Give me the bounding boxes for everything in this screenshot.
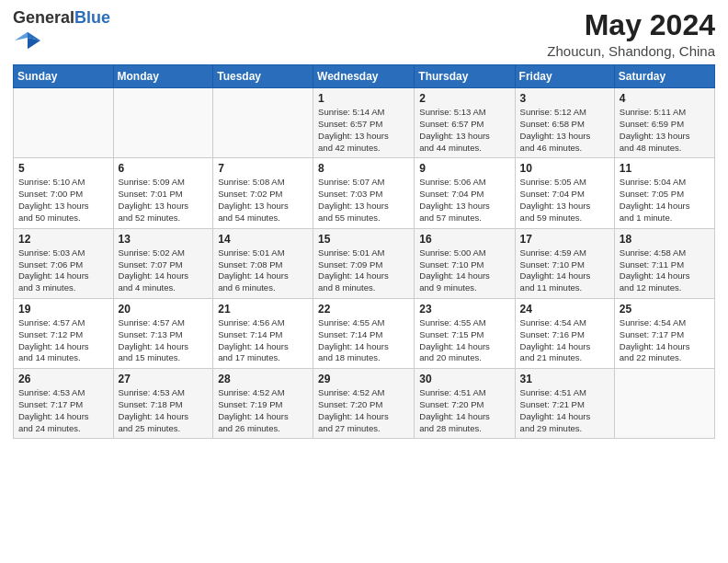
- day-info: Sunrise: 4:54 AM Sunset: 7:17 PM Dayligh…: [620, 317, 710, 364]
- title-location: Zhoucun, Shandong, China: [547, 43, 715, 59]
- day-number: 10: [520, 162, 609, 175]
- calendar-cell: 9Sunrise: 5:06 AM Sunset: 7:04 PM Daylig…: [415, 158, 515, 228]
- calendar-cell: 31Sunrise: 4:51 AM Sunset: 7:21 PM Dayli…: [515, 369, 614, 439]
- calendar-cell: 24Sunrise: 4:54 AM Sunset: 7:16 PM Dayli…: [515, 298, 614, 368]
- calendar-week-row-3: 12Sunrise: 5:03 AM Sunset: 7:06 PM Dayli…: [14, 228, 715, 298]
- calendar-cell: 6Sunrise: 5:09 AM Sunset: 7:01 PM Daylig…: [113, 158, 213, 228]
- day-info: Sunrise: 5:13 AM Sunset: 6:57 PM Dayligh…: [419, 107, 509, 154]
- day-info: Sunrise: 4:59 AM Sunset: 7:10 PM Dayligh…: [520, 247, 609, 294]
- calendar-cell: 22Sunrise: 4:55 AM Sunset: 7:14 PM Dayli…: [313, 298, 415, 368]
- title-block: May 2024 Zhoucun, Shandong, China: [547, 9, 715, 59]
- calendar-cell: 7Sunrise: 5:08 AM Sunset: 7:02 PM Daylig…: [213, 158, 313, 228]
- day-number: 20: [119, 303, 209, 316]
- day-info: Sunrise: 5:07 AM Sunset: 7:03 PM Dayligh…: [318, 177, 409, 224]
- calendar-cell: 11Sunrise: 5:04 AM Sunset: 7:05 PM Dayli…: [614, 158, 714, 228]
- day-number: 5: [18, 162, 108, 175]
- day-info: Sunrise: 5:08 AM Sunset: 7:02 PM Dayligh…: [218, 177, 308, 224]
- calendar-cell: 18Sunrise: 4:58 AM Sunset: 7:11 PM Dayli…: [614, 228, 714, 298]
- calendar-cell: 30Sunrise: 4:51 AM Sunset: 7:20 PM Dayli…: [415, 369, 515, 439]
- day-info: Sunrise: 5:04 AM Sunset: 7:05 PM Dayligh…: [620, 177, 710, 224]
- logo: GeneralBlue: [13, 9, 110, 57]
- day-info: Sunrise: 4:55 AM Sunset: 7:15 PM Dayligh…: [419, 317, 509, 364]
- calendar-cell: 25Sunrise: 4:54 AM Sunset: 7:17 PM Dayli…: [614, 298, 714, 368]
- calendar-table: Sunday Monday Tuesday Wednesday Thursday…: [13, 64, 715, 439]
- calendar-cell: 20Sunrise: 4:57 AM Sunset: 7:13 PM Dayli…: [113, 298, 213, 368]
- day-number: 29: [318, 373, 409, 385]
- day-info: Sunrise: 4:58 AM Sunset: 7:11 PM Dayligh…: [620, 247, 710, 294]
- calendar-week-row-1: 1Sunrise: 5:14 AM Sunset: 6:57 PM Daylig…: [14, 88, 715, 158]
- day-number: 2: [419, 92, 509, 105]
- day-number: 1: [318, 92, 409, 105]
- calendar-cell: 26Sunrise: 4:53 AM Sunset: 7:17 PM Dayli…: [14, 369, 114, 439]
- day-number: 6: [119, 162, 209, 175]
- col-thursday: Thursday: [415, 65, 515, 88]
- calendar-cell: 15Sunrise: 5:01 AM Sunset: 7:09 PM Dayli…: [313, 228, 415, 298]
- day-number: 16: [419, 233, 509, 246]
- day-number: 4: [620, 92, 710, 105]
- day-number: 30: [419, 373, 509, 385]
- logo-general: General: [13, 8, 74, 27]
- day-info: Sunrise: 4:51 AM Sunset: 7:20 PM Dayligh…: [419, 387, 509, 434]
- col-monday: Monday: [113, 65, 213, 88]
- day-number: 3: [520, 92, 609, 105]
- day-info: Sunrise: 4:55 AM Sunset: 7:14 PM Dayligh…: [318, 317, 409, 364]
- calendar-week-row-5: 26Sunrise: 4:53 AM Sunset: 7:17 PM Dayli…: [14, 369, 715, 439]
- col-saturday: Saturday: [614, 65, 714, 88]
- calendar-cell: 8Sunrise: 5:07 AM Sunset: 7:03 PM Daylig…: [313, 158, 415, 228]
- day-info: Sunrise: 5:05 AM Sunset: 7:04 PM Dayligh…: [520, 177, 609, 224]
- col-tuesday: Tuesday: [213, 65, 313, 88]
- day-number: 31: [520, 373, 609, 385]
- day-number: 27: [119, 373, 209, 385]
- calendar-cell: 29Sunrise: 4:52 AM Sunset: 7:20 PM Dayli…: [313, 369, 415, 439]
- day-number: 22: [318, 303, 409, 316]
- day-number: 17: [520, 233, 609, 246]
- day-info: Sunrise: 4:52 AM Sunset: 7:19 PM Dayligh…: [218, 387, 308, 434]
- day-number: 21: [218, 303, 308, 316]
- day-info: Sunrise: 5:09 AM Sunset: 7:01 PM Dayligh…: [119, 177, 209, 224]
- calendar-cell: 17Sunrise: 4:59 AM Sunset: 7:10 PM Dayli…: [515, 228, 614, 298]
- day-info: Sunrise: 5:12 AM Sunset: 6:58 PM Dayligh…: [520, 107, 609, 154]
- calendar-header-row: Sunday Monday Tuesday Wednesday Thursday…: [14, 65, 715, 88]
- day-info: Sunrise: 5:01 AM Sunset: 7:08 PM Dayligh…: [218, 247, 308, 294]
- calendar-cell: 1Sunrise: 5:14 AM Sunset: 6:57 PM Daylig…: [313, 88, 415, 158]
- calendar-cell: [614, 369, 714, 439]
- calendar-cell: [113, 88, 213, 158]
- calendar-cell: [14, 88, 114, 158]
- day-number: 12: [18, 233, 108, 246]
- day-info: Sunrise: 4:51 AM Sunset: 7:21 PM Dayligh…: [520, 387, 609, 434]
- calendar-cell: 3Sunrise: 5:12 AM Sunset: 6:58 PM Daylig…: [515, 88, 614, 158]
- calendar-week-row-4: 19Sunrise: 4:57 AM Sunset: 7:12 PM Dayli…: [14, 298, 715, 368]
- calendar-cell: 14Sunrise: 5:01 AM Sunset: 7:08 PM Dayli…: [213, 228, 313, 298]
- calendar-cell: 28Sunrise: 4:52 AM Sunset: 7:19 PM Dayli…: [213, 369, 313, 439]
- header: GeneralBlue May 2024 Zhoucun, Shandong, …: [13, 9, 715, 59]
- day-info: Sunrise: 5:10 AM Sunset: 7:00 PM Dayligh…: [18, 177, 108, 224]
- calendar-cell: 10Sunrise: 5:05 AM Sunset: 7:04 PM Dayli…: [515, 158, 614, 228]
- day-info: Sunrise: 5:03 AM Sunset: 7:06 PM Dayligh…: [18, 247, 108, 294]
- col-sunday: Sunday: [14, 65, 114, 88]
- day-number: 19: [18, 303, 108, 316]
- day-number: 26: [18, 373, 108, 385]
- day-number: 24: [520, 303, 609, 316]
- day-info: Sunrise: 5:01 AM Sunset: 7:09 PM Dayligh…: [318, 247, 409, 294]
- day-info: Sunrise: 4:53 AM Sunset: 7:17 PM Dayligh…: [18, 387, 108, 434]
- day-info: Sunrise: 4:52 AM Sunset: 7:20 PM Dayligh…: [318, 387, 409, 434]
- day-info: Sunrise: 5:00 AM Sunset: 7:10 PM Dayligh…: [419, 247, 509, 294]
- day-info: Sunrise: 4:54 AM Sunset: 7:16 PM Dayligh…: [520, 317, 609, 364]
- calendar-cell: 23Sunrise: 4:55 AM Sunset: 7:15 PM Dayli…: [415, 298, 515, 368]
- day-number: 25: [620, 303, 710, 316]
- calendar-cell: 16Sunrise: 5:00 AM Sunset: 7:10 PM Dayli…: [415, 228, 515, 298]
- day-number: 28: [218, 373, 308, 385]
- logo-bird-icon: [15, 28, 40, 53]
- day-number: 7: [218, 162, 308, 175]
- day-number: 18: [620, 233, 710, 246]
- day-info: Sunrise: 4:56 AM Sunset: 7:14 PM Dayligh…: [218, 317, 308, 364]
- calendar-cell: 21Sunrise: 4:56 AM Sunset: 7:14 PM Dayli…: [213, 298, 313, 368]
- title-month: May 2024: [547, 9, 715, 41]
- logo-blue: Blue: [74, 8, 110, 27]
- day-info: Sunrise: 5:02 AM Sunset: 7:07 PM Dayligh…: [119, 247, 209, 294]
- day-number: 23: [419, 303, 509, 316]
- calendar-week-row-2: 5Sunrise: 5:10 AM Sunset: 7:00 PM Daylig…: [14, 158, 715, 228]
- day-number: 9: [419, 162, 509, 175]
- logo-text: GeneralBlue: [13, 9, 110, 28]
- col-friday: Friday: [515, 65, 614, 88]
